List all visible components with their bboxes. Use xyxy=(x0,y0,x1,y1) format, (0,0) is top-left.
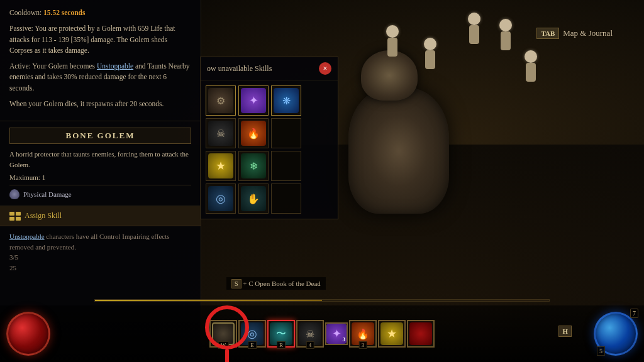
skill-slot[interactable] xyxy=(238,85,269,116)
skill-grid xyxy=(201,80,338,219)
active-text: Active: Your Golem becomes Unstoppable a… xyxy=(9,61,191,94)
skill-icon-green xyxy=(241,153,266,178)
close-button[interactable]: × xyxy=(319,62,331,75)
skeleton-enemy xyxy=(462,13,487,50)
assign-icon xyxy=(9,212,21,221)
skill-slot[interactable] xyxy=(206,118,236,148)
skill-bar-icon xyxy=(378,320,406,348)
tooltip-content: Cooldown: 15.52 seconds Passive: You are… xyxy=(0,0,201,121)
skeleton-enemy xyxy=(380,25,405,63)
skill-bar-slot-3[interactable]: 3 xyxy=(349,320,377,348)
skill-bar-slot-middle[interactable]: 3 xyxy=(325,322,348,345)
key-3: 3 xyxy=(359,341,367,349)
unstoppable-description: Unstoppable characters have all Control … xyxy=(0,226,201,273)
skill-bar-slot-w[interactable]: W xyxy=(209,320,237,348)
damage-type: Physical Damage xyxy=(9,189,191,199)
maximum-label: Maximum: 1 xyxy=(9,173,191,181)
skill-slot[interactable] xyxy=(271,85,301,116)
skill-slot-empty xyxy=(271,118,301,148)
skill-slot[interactable] xyxy=(206,184,236,214)
respawn-text: When your Golem dies, it respawns after … xyxy=(9,99,191,109)
cooldown-text: Cooldown: 15.52 seconds xyxy=(9,8,191,18)
skill-bar: W E R 4 3 xyxy=(53,320,591,348)
skill-slot[interactable] xyxy=(238,184,269,214)
health-orb xyxy=(6,312,50,356)
yellow-skill-icon-bar xyxy=(380,322,403,345)
divider xyxy=(9,185,191,185)
skeleton-enemy xyxy=(418,38,443,75)
passive-text: Passive: You are protected by a Golem wi… xyxy=(9,23,191,56)
skill-icon-orange xyxy=(241,121,266,146)
e-key: E xyxy=(248,341,257,349)
golem-character xyxy=(330,50,468,226)
open-book-hint: S + C Open Book of the Dead xyxy=(226,277,326,290)
assign-skill-button[interactable]: Assign Skill xyxy=(0,206,201,226)
bone-golem-title: BONE GOLEM xyxy=(9,128,191,144)
skill-slot-empty xyxy=(271,184,301,214)
cooldown-value: 15.52 seconds xyxy=(43,9,85,16)
skills-overlay-header: ow unavailable Skills × xyxy=(201,57,338,80)
skill-slot[interactable] xyxy=(238,151,269,181)
c-key: S xyxy=(231,279,242,288)
skill-row-1 xyxy=(206,85,333,116)
map-journal-hint: TAB Map & Journal xyxy=(536,28,613,39)
level-progress-fill xyxy=(95,300,322,301)
bone-golem-section: BONE GOLEM A horrid protector that taunt… xyxy=(0,121,201,206)
r-key: R xyxy=(277,341,286,349)
map-journal-label: Map & Journal xyxy=(563,28,613,38)
skill-bar-slot-4[interactable]: 4 xyxy=(296,320,324,348)
level-indicator: 5 xyxy=(597,346,605,356)
golem-body xyxy=(348,88,449,214)
skill-slot-empty xyxy=(271,151,301,181)
h-key[interactable]: H xyxy=(558,326,572,337)
skills-overlay-panel: ow unavailable Skills × xyxy=(200,57,338,219)
skill-icon-gray xyxy=(208,88,233,113)
bone-golem-description: A horrid protector that taunts enemies, … xyxy=(9,149,191,170)
skill-bar-slot-r[interactable]: R xyxy=(267,320,295,348)
red-skill-icon-bar xyxy=(409,322,432,345)
skill-bar-icon xyxy=(407,320,435,348)
skill-slot[interactable] xyxy=(206,151,236,181)
shield-icon xyxy=(9,189,19,199)
skill-number: 3 xyxy=(343,336,346,343)
w-key: W xyxy=(218,341,229,349)
level-progress-bar xyxy=(94,299,550,302)
bottom-hud: W E R 4 3 xyxy=(0,305,644,362)
skill-icon-spiral xyxy=(208,186,233,211)
skill-row-4 xyxy=(206,184,333,214)
skill-bar-slot-e[interactable]: E xyxy=(238,320,266,348)
skill-icon-blue xyxy=(274,88,299,113)
skill-icon-hand xyxy=(241,186,266,211)
key-4: 4 xyxy=(306,341,314,349)
skill-icon-yellow xyxy=(208,153,233,178)
skill-icon-skull xyxy=(208,121,233,146)
mana-orb-number: 7 xyxy=(630,309,638,318)
skill-slot[interactable] xyxy=(238,118,269,148)
skill-icon-purple xyxy=(241,88,266,113)
skill-bar-icon: 3 xyxy=(325,322,348,345)
skill-bar-slot-yellow[interactable] xyxy=(378,320,406,348)
skill-row-3 xyxy=(206,151,333,181)
skill-slot[interactable] xyxy=(206,85,236,116)
skeleton-enemy xyxy=(518,50,543,88)
skill-row-2 xyxy=(206,118,333,148)
skill-bar-slot-red[interactable] xyxy=(407,320,435,348)
skeleton-enemy xyxy=(493,19,518,57)
tab-key: TAB xyxy=(536,28,559,39)
